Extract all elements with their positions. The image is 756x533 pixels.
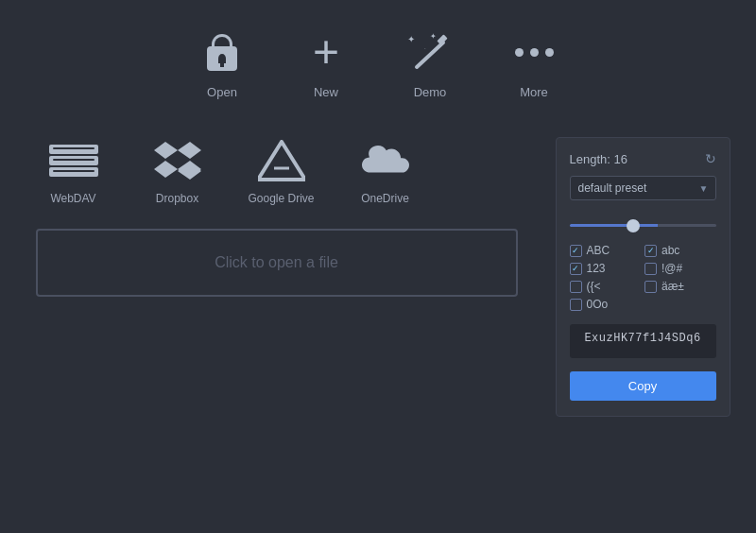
svg-text:✦: ✦ [407,34,415,44]
checkbox-upper-label: ABC [587,244,610,257]
checkbox-brackets-box [570,281,582,293]
length-row: Length: 16 ↻ [570,151,716,166]
more-button[interactable]: More [510,28,558,99]
checkbox-numbers-box [570,263,582,275]
generated-password: ExuzHK77f1J4SDq6 [570,324,716,358]
webdav-button[interactable]: WebDAV [36,137,112,205]
checkbox-special-label: !@# [662,262,682,275]
password-text: ExuzHK77f1J4SDq6 [584,332,700,345]
svg-marker-6 [178,142,201,159]
preset-select[interactable]: default preset strong memorable numeric [570,176,716,200]
length-slider[interactable] [570,224,716,227]
refresh-icon[interactable]: ↻ [705,151,716,166]
webdav-label: WebDAV [50,192,95,205]
svg-marker-7 [154,161,178,178]
svg-marker-9 [178,163,201,180]
checkbox-special-box [644,263,657,275]
svg-line-3 [417,43,443,67]
preset-select-wrapper: default preset strong memorable numeric [570,176,716,200]
checkbox-lower-box [644,245,657,257]
onedrive-icon [357,137,414,184]
content-area: WebDAV Dropbox [19,137,737,417]
main-container: Open + New ✦ ✦ · [0,0,756,533]
checkbox-accented-label: äæ± [662,280,684,293]
svg-rect-4 [437,34,447,44]
checkbox-ambiguous-label: 0Oo [587,298,609,311]
svg-text:·: · [424,45,426,51]
checkboxes-grid: ABC abc 123 !@# ({< [570,244,716,311]
checkbox-ambiguous[interactable]: 0Oo [570,298,642,311]
left-panel: WebDAV Dropbox [26,137,537,417]
checkbox-special[interactable]: !@# [644,262,716,275]
svg-text:✦: ✦ [430,32,437,41]
file-open-area[interactable]: Click to open a file [36,229,518,297]
checkbox-brackets[interactable]: ({< [570,280,642,293]
password-generator-panel: Length: 16 ↻ default preset strong memor… [556,137,730,417]
open-label: Open [207,85,237,99]
wand-icon: ✦ ✦ · [406,28,454,76]
checkbox-lowercase[interactable]: abc [644,244,716,257]
demo-button[interactable]: ✦ ✦ · Demo [406,28,454,99]
new-button[interactable]: + New [302,28,350,99]
checkbox-uppercase[interactable]: ABC [570,244,642,257]
length-label: Length: 16 [570,152,627,166]
checkbox-ambiguous-box [570,299,582,311]
webdav-icon [45,137,102,184]
onedrive-button[interactable]: OneDrive [348,137,423,205]
checkbox-numbers[interactable]: 123 [570,262,642,275]
checkbox-numbers-label: 123 [587,262,606,275]
demo-label: Demo [414,85,447,99]
dropbox-button[interactable]: Dropbox [140,137,215,205]
checkbox-upper-box [570,245,582,257]
open-button[interactable]: Open [198,28,246,99]
checkbox-accented[interactable]: äæ± [644,280,716,293]
gdrive-button[interactable]: Google Drive [244,137,319,205]
slider-container [570,210,716,234]
checkbox-brackets-label: ({< [587,280,601,293]
checkbox-lower-label: abc [662,244,679,257]
dropbox-label: Dropbox [156,192,198,205]
svg-marker-10 [258,142,305,180]
plus-icon: + [302,28,350,76]
services-row: WebDAV Dropbox [26,137,537,205]
gdrive-icon [253,137,310,184]
onedrive-label: OneDrive [361,192,409,205]
new-label: New [314,85,338,99]
lock-icon [198,28,246,76]
checkbox-accented-box [644,281,657,293]
copy-button[interactable]: Copy [570,371,716,401]
more-icon [510,28,558,76]
file-open-placeholder: Click to open a file [215,254,338,270]
gdrive-label: Google Drive [248,192,314,205]
dropbox-icon [149,137,206,184]
svg-marker-5 [154,142,178,159]
more-label: More [520,85,548,99]
toolbar: Open + New ✦ ✦ · [198,28,558,99]
